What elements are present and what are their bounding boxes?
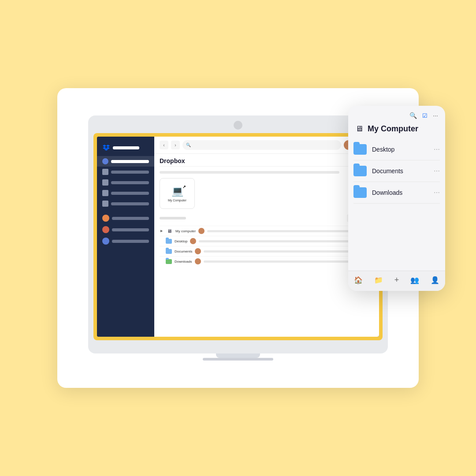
mobile-nav-person-icon[interactable]: 👤 [431, 276, 439, 284]
search-icon: 🔍 [186, 143, 191, 147]
laptop-foot [203, 358, 273, 361]
file-item-downloads[interactable]: Downloads [160, 256, 374, 266]
back-button[interactable]: ‹ [160, 141, 168, 149]
sidebar-user3-label [112, 240, 149, 243]
mobile-file-name-desktop: Desktop [372, 146, 428, 153]
search-bar[interactable]: 🔍 [182, 140, 341, 150]
expand-toggle[interactable]: ▶ [160, 229, 163, 233]
sidebar [97, 137, 154, 337]
folder-icon-desktop [166, 239, 172, 244]
sidebar-item-user3[interactable] [97, 235, 154, 247]
mobile-title: My Computer [368, 124, 418, 134]
file-name-downloads: Downloads [175, 260, 192, 264]
mobile-file-list: Desktop ⋯ Documents ⋯ Downloads ⋯ [348, 139, 445, 205]
main-content: ‹ › 🔍 Invite Dropbox [154, 137, 379, 337]
mobile-dots-documents[interactable]: ⋯ [434, 167, 440, 175]
file-name-documents: Documents [175, 249, 192, 253]
toolbar: ‹ › 🔍 Invite [154, 137, 379, 154]
sidebar-avatar-2 [102, 226, 109, 233]
mobile-bottom-nav: 🏠 📁 + 👥 👤 [348, 271, 445, 291]
mobile-dots-downloads[interactable]: ⋯ [434, 189, 440, 196]
mobile-dots-desktop[interactable]: ⋯ [434, 146, 440, 153]
page-title: Dropbox [154, 154, 379, 166]
computer-icon: 🖥 [166, 228, 173, 234]
file-item-mycomputer[interactable]: ▶ 🖥 My computer [160, 226, 374, 236]
app-window: ‹ › 🔍 Invite Dropbox [97, 137, 379, 337]
mobile-header: 🖥 My Computer [348, 123, 445, 139]
sidebar-star-icon [102, 169, 108, 175]
outer-card: ‹ › 🔍 Invite Dropbox [57, 88, 419, 388]
sidebar-item-label-files [111, 192, 149, 195]
monitor-icon: 💻 ↗ [171, 186, 183, 197]
mobile-search-icon[interactable]: 🔍 [409, 112, 417, 119]
sidebar-item-label-settings [111, 181, 149, 184]
mobile-folder-icon-desktop [353, 144, 367, 155]
file-name-mycomputer: My computer [175, 229, 196, 233]
sidebar-item-share[interactable] [97, 198, 154, 209]
sidebar-item-settings[interactable] [97, 177, 154, 188]
sidebar-item-user2[interactable] [97, 224, 154, 235]
file-avatar-mycomputer [198, 228, 205, 234]
file-avatar-documents [195, 248, 201, 254]
placeholder-bar-1 [160, 171, 339, 174]
my-computer-card[interactable]: 💻 ↗ My Computer [160, 178, 195, 209]
file-bar-desktop [199, 240, 374, 242]
mobile-card: 🔍 ☑ ··· 🖥 My Computer Desktop ⋯ Document… [348, 106, 445, 291]
sidebar-user-icon [102, 158, 108, 164]
laptop-screen: ‹ › 🔍 Invite Dropbox [93, 133, 383, 340]
mobile-nav-home-icon[interactable]: 🏠 [354, 276, 363, 284]
mobile-file-item-desktop[interactable]: Desktop ⋯ [353, 139, 440, 160]
laptop-notch [234, 121, 242, 130]
mobile-nav-addperson-icon[interactable]: 👥 [410, 276, 419, 284]
mobile-toolbar: 🔍 ☑ ··· [348, 106, 445, 123]
mobile-folder-icon-downloads [353, 187, 367, 198]
mobile-nav-folder-icon[interactable]: 📁 [374, 276, 383, 284]
mobile-file-name-documents: Documents [372, 167, 428, 175]
sort-bar [160, 217, 186, 219]
sidebar-gear-icon [102, 179, 108, 186]
sidebar-item-files[interactable] [97, 188, 154, 198]
sidebar-item-active[interactable] [97, 156, 154, 167]
sidebar-share-icon [102, 201, 108, 207]
forward-button[interactable]: › [171, 141, 180, 149]
mobile-folder-icon-documents [353, 166, 367, 176]
sidebar-user2-label [112, 228, 149, 231]
sidebar-item-label-starred [111, 171, 149, 174]
mobile-file-name-downloads: Downloads [372, 189, 428, 196]
sidebar-item-starred[interactable] [97, 167, 154, 177]
sidebar-item-label-active [111, 160, 149, 163]
sidebar-user1-label [112, 217, 149, 220]
sidebar-username-bar [113, 146, 139, 149]
sidebar-item-label-share [111, 202, 149, 205]
file-item-documents[interactable]: Documents [160, 246, 374, 256]
screen-inner: ‹ › 🔍 Invite Dropbox [93, 133, 383, 340]
my-computer-label: My Computer [168, 199, 186, 202]
file-avatar-desktop [190, 238, 196, 244]
sidebar-folder-icon [102, 190, 108, 196]
folder-icon-downloads [166, 259, 172, 264]
content-area: 💻 ↗ My Computer [154, 175, 379, 337]
file-name-desktop: Desktop [175, 239, 187, 243]
sidebar-logo-row [97, 141, 154, 156]
mobile-file-item-downloads[interactable]: Downloads ⋯ [353, 182, 440, 204]
folder-icon-documents [166, 249, 172, 254]
sidebar-avatar-3 [102, 238, 109, 245]
sidebar-item-user1[interactable] [97, 212, 154, 224]
mobile-check-icon[interactable]: ☑ [422, 112, 428, 119]
file-item-desktop[interactable]: Desktop [160, 236, 374, 246]
laptop-frame: ‹ › 🔍 Invite Dropbox [88, 115, 388, 353]
divider [160, 166, 374, 167]
file-avatar-downloads [195, 258, 201, 264]
dropbox-logo-icon [102, 144, 110, 152]
mobile-computer-icon: 🖥 [355, 124, 363, 134]
mobile-more-icon[interactable]: ··· [433, 112, 438, 119]
section-bar: Create ▾ [160, 214, 374, 222]
sidebar-avatar-1 [102, 215, 109, 222]
mobile-file-item-documents[interactable]: Documents ⋯ [353, 160, 440, 182]
mobile-nav-add-icon[interactable]: + [394, 275, 399, 285]
